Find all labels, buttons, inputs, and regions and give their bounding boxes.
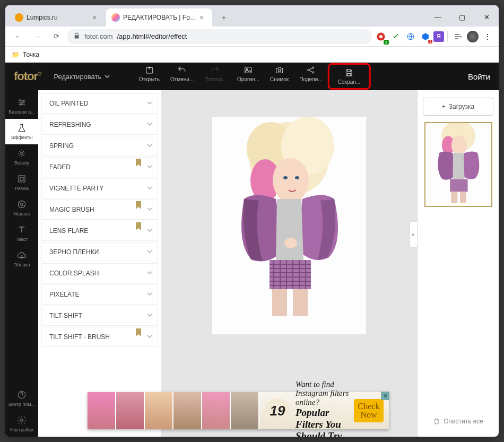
fotor-app: fotor® Редактировать Открыть Отмени... П…: [5, 63, 499, 437]
browser-tab-fotor[interactable]: РЕДАКТИРОВАТЬ | Fotor ×: [106, 8, 212, 27]
effect-item-color-splash[interactable]: COLOR SPLASH: [41, 263, 158, 283]
extensions: 3 1 Я ⋮: [374, 30, 494, 44]
svg-point-11: [23, 102, 24, 103]
effect-item-pixelate[interactable]: PIXELATE: [41, 284, 158, 305]
lock-icon: [73, 32, 80, 41]
svg-point-10: [20, 100, 21, 101]
ad-check-now-button[interactable]: CheckNow: [354, 399, 384, 422]
ad-close-button[interactable]: ✕: [381, 392, 389, 400]
redo-button[interactable]: Повтор...: [199, 63, 232, 90]
svg-point-19: [21, 419, 23, 422]
ad-banner[interactable]: 19 Want to find Instagram filters online…: [88, 392, 389, 429]
sidebar-cloud[interactable]: Облако: [5, 246, 38, 272]
effect-item-vignette-party[interactable]: VIGNETTE PARTY: [41, 178, 158, 198]
tab-title: Lumpics.ru: [27, 14, 89, 21]
plus-icon: +: [442, 103, 446, 110]
bookmark-icon: [135, 222, 142, 232]
new-tab-button[interactable]: +: [216, 10, 231, 25]
chevron-down-icon: [147, 333, 152, 341]
effect-item-faded[interactable]: FADED: [41, 157, 158, 177]
signin-button[interactable]: Войти: [468, 72, 490, 81]
ad-text: Want to find Instagram filters online? P…: [296, 380, 354, 437]
browser-menu-button[interactable]: ⋮: [481, 30, 494, 44]
profile-avatar[interactable]: [466, 30, 480, 44]
svg-point-47: [451, 136, 466, 155]
image-thumbnail[interactable]: [424, 122, 492, 207]
upload-button[interactable]: + Загрузка: [423, 98, 493, 116]
clear-all-button[interactable]: Очистить все: [423, 413, 493, 429]
svg-point-27: [295, 176, 299, 179]
effect-item-tilt-shift-brush[interactable]: TILT SHIFT - BRUSH: [41, 327, 158, 347]
effects-panel: OIL PAINTEDREFRESHINGSPRINGFADEDVIGNETTE…: [38, 90, 161, 437]
sidebar-text[interactable]: Текст: [5, 221, 38, 246]
close-window-button[interactable]: ✕: [474, 8, 499, 27]
sidebar-frame[interactable]: Рамка: [5, 170, 38, 195]
effect-label: VIGNETTE PARTY: [49, 185, 103, 192]
minimize-button[interactable]: —: [425, 8, 450, 27]
svg-rect-50: [459, 192, 466, 203]
collapse-right-panel[interactable]: ▸: [410, 221, 417, 248]
close-tab-icon[interactable]: ×: [199, 13, 207, 22]
effect-item-magic-brush[interactable]: MAGIC BRUSH: [41, 200, 158, 220]
original-button[interactable]: Оригин...: [232, 63, 265, 90]
window-controls: — ▢ ✕: [425, 8, 499, 27]
effect-item-oil-painted[interactable]: OIL PAINTED: [41, 93, 158, 114]
sidebar-stickers[interactable]: Украше: [5, 195, 38, 221]
bookmark-icon: [135, 328, 142, 339]
save-button[interactable]: Сохран...: [333, 66, 366, 87]
extension-globe-icon[interactable]: [404, 30, 418, 44]
open-button[interactable]: Открыть: [134, 63, 165, 90]
effect-label: TILT-SHIFT: [49, 312, 82, 319]
top-toolbar: Открыть Отмени... Повтор... Оригин... Сн…: [134, 63, 371, 90]
extension-cube-icon[interactable]: 1: [419, 30, 432, 44]
sidebar-effects[interactable]: Эффекты: [5, 119, 38, 144]
back-button[interactable]: ←: [10, 28, 27, 45]
forward-button[interactable]: →: [29, 28, 46, 45]
svg-point-26: [283, 176, 288, 179]
effect-item--[interactable]: ЗЕРНО ПЛЕНКИ: [41, 242, 158, 262]
sidebar-basic[interactable]: Базовое р...: [5, 93, 38, 119]
svg-rect-43: [293, 289, 308, 316]
tab-title: РЕДАКТИРОВАТЬ | Fotor: [123, 14, 196, 21]
edit-dropdown[interactable]: Редактировать: [54, 73, 110, 81]
browser-tab-lumpics[interactable]: Lumpics.ru ×: [10, 8, 105, 27]
sidebar-beauty[interactable]: Beauty: [5, 144, 38, 170]
undo-button[interactable]: Отмени...: [165, 63, 199, 90]
effect-item-refreshing[interactable]: REFRESHING: [41, 115, 158, 135]
effect-item-lens-flare[interactable]: LENS FLARE: [41, 221, 158, 241]
snapshot-button[interactable]: Снимок: [265, 63, 294, 90]
sidebar-help[interactable]: центр пом...: [5, 386, 38, 411]
url-field[interactable]: fotor.com/app.html#/editor/effect: [67, 29, 372, 44]
svg-point-8: [312, 67, 314, 68]
effect-label: SPRING: [49, 142, 74, 150]
reading-list-icon[interactable]: [451, 30, 465, 44]
effect-item-tilt-shift[interactable]: TILT-SHIFT: [41, 306, 158, 326]
extension-ai-icon[interactable]: Я: [433, 31, 444, 42]
close-tab-icon[interactable]: ×: [92, 13, 100, 22]
chevron-down-icon: [147, 227, 152, 235]
effect-label: REFRESHING: [49, 121, 91, 128]
bookmark-folder[interactable]: Точка: [23, 51, 39, 58]
maximize-button[interactable]: ▢: [450, 8, 474, 27]
tab-bar: Lumpics.ru × РЕДАКТИРОВАТЬ | Fotor × + —…: [5, 5, 499, 27]
share-button[interactable]: Подели...: [294, 63, 327, 90]
chevron-down-icon: [105, 74, 110, 79]
extension-adblock-icon[interactable]: 3: [374, 30, 388, 44]
effect-label: COLOR SPLASH: [49, 270, 99, 277]
svg-rect-42: [272, 289, 287, 316]
canvas-image: [212, 117, 366, 334]
effect-label: PIXELATE: [49, 291, 79, 298]
fotor-logo[interactable]: fotor®: [14, 70, 41, 83]
svg-point-13: [21, 152, 23, 155]
effect-item-spring[interactable]: SPRING: [41, 136, 158, 156]
canvas-area[interactable]: 1280px × 1790px − 27% + Сравнить: [161, 90, 417, 437]
svg-rect-14: [19, 176, 25, 182]
reload-button[interactable]: ⟳: [48, 28, 65, 45]
chevron-down-icon: [147, 163, 152, 171]
svg-point-28: [284, 238, 297, 248]
sidebar-settings[interactable]: Настройки: [5, 411, 38, 437]
left-toolbar: Базовое р... Эффекты Beauty Рамка Украше: [5, 90, 38, 437]
chevron-down-icon: [147, 142, 152, 150]
svg-point-17: [21, 203, 23, 206]
extension-check-icon[interactable]: [389, 30, 403, 44]
